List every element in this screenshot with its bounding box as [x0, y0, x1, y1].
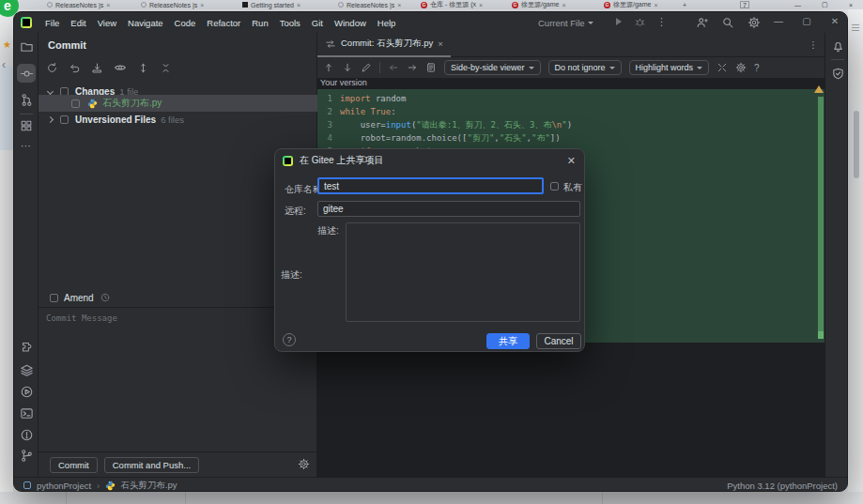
structure-tool-button[interactable] — [17, 116, 36, 135]
commit-options-gear-icon[interactable] — [298, 458, 310, 470]
share-button[interactable]: 共享 — [486, 333, 530, 349]
browser-minimize-button[interactable]: — — [794, 0, 801, 9]
bookmark-star-icon[interactable]: ★ — [3, 39, 11, 50]
menu-view[interactable]: View — [92, 18, 122, 28]
commit-and-push-button[interactable]: Commit and Push... — [104, 457, 199, 473]
changed-file-row[interactable]: 石头剪刀布.py — [39, 95, 317, 112]
run-configuration-selector[interactable]: Current File — [538, 18, 593, 28]
new-tab-button[interactable]: + — [683, 0, 686, 9]
hamburger-icon[interactable]: ——— — [852, 23, 861, 31]
browser-tab[interactable]: ReleaseNotes |s× — [338, 0, 401, 9]
interpreter-widget[interactable]: Python 3.12 (pythonProject) — [727, 481, 838, 491]
refresh-icon[interactable] — [46, 62, 58, 74]
problems-tool-button[interactable] — [17, 425, 36, 444]
dialog-help-button[interactable]: ? — [283, 333, 296, 346]
window-minimize-button[interactable]: — — [768, 16, 789, 26]
diff-scrollbar-added-marker[interactable] — [818, 97, 824, 331]
services-tool-button[interactable] — [17, 382, 36, 401]
go-forward-icon[interactable] — [407, 62, 418, 73]
browser-scrollbar[interactable] — [854, 111, 859, 178]
search-everywhere-icon[interactable] — [721, 16, 734, 29]
python-packages-tool-button[interactable] — [17, 338, 36, 357]
tab-close-icon[interactable]: × — [397, 2, 401, 8]
collapse-all-icon[interactable] — [160, 62, 172, 74]
browser-tab[interactable]: G徐里源/game× — [512, 0, 566, 9]
status-file-name[interactable]: 石头剪刀布.py — [120, 480, 177, 492]
cancel-button[interactable]: Cancel — [536, 333, 581, 349]
commit-history-icon[interactable] — [100, 292, 111, 303]
next-change-icon[interactable] — [342, 62, 353, 73]
diff-settings-gear-icon[interactable] — [735, 62, 747, 73]
tab-close-icon[interactable]: × — [106, 2, 110, 8]
edit-source-icon[interactable] — [361, 62, 372, 73]
git-tool-button[interactable] — [17, 446, 36, 465]
security-tool-button[interactable] — [828, 64, 847, 83]
menu-run[interactable]: Run — [246, 18, 273, 28]
remote-input[interactable] — [317, 201, 580, 217]
browser-tab[interactable]: ReleaseNotes |s× — [141, 0, 204, 9]
unversioned-checkbox[interactable] — [60, 115, 69, 124]
browser-tab[interactable]: G徐里源/game× — [604, 0, 658, 9]
menu-code[interactable]: Code — [169, 18, 202, 28]
tab-close-icon[interactable]: × — [654, 2, 657, 8]
notifications-button[interactable] — [828, 37, 847, 55]
chevron-right-icon[interactable] — [47, 115, 54, 122]
collapse-unchanged-icon[interactable] — [717, 62, 728, 73]
python-console-tool-button[interactable] — [17, 360, 36, 379]
tab-close-icon[interactable]: × — [297, 2, 301, 8]
menu-git[interactable]: Git — [306, 18, 329, 28]
more-tool-windows-button[interactable]: ⋯ — [17, 136, 36, 155]
menu-refactor[interactable]: Refactor — [201, 18, 246, 28]
chevron-down-icon[interactable] — [47, 87, 54, 94]
status-project-name[interactable]: pythonProject — [37, 481, 91, 491]
show-diff-preview-icon[interactable] — [114, 61, 127, 74]
description-textarea[interactable] — [346, 222, 580, 322]
expand-all-icon[interactable] — [137, 62, 149, 74]
browser-tab[interactable]: ReleaseNotes |s× — [47, 0, 110, 9]
browser-tab[interactable]: Getting started× — [242, 0, 301, 9]
debug-icon[interactable] — [634, 16, 646, 28]
whitespace-ignore-select[interactable]: Do not ignore — [548, 60, 622, 75]
menu-tools[interactable]: Tools — [274, 18, 306, 28]
menu-window[interactable]: Window — [329, 18, 372, 28]
highlight-mode-select[interactable]: Highlight words — [629, 60, 710, 75]
editor-tab[interactable]: Commit: 石头剪刀布.py × — [317, 33, 451, 57]
amend-checkbox[interactable] — [50, 294, 58, 302]
browser-close-button[interactable]: × — [849, 0, 853, 9]
stash-icon[interactable] — [91, 62, 103, 74]
pull-requests-tool-button[interactable] — [17, 90, 36, 109]
menu-help[interactable]: Help — [372, 18, 402, 28]
tab-close-icon[interactable]: × — [200, 2, 204, 8]
rollback-icon[interactable] — [69, 62, 81, 74]
repo-name-input[interactable] — [317, 177, 544, 194]
menu-file[interactable]: File — [39, 18, 65, 28]
tab-close-icon[interactable]: × — [479, 2, 483, 8]
compare-file-icon[interactable] — [425, 62, 437, 73]
terminal-tool-button[interactable] — [17, 404, 36, 422]
window-maximize-button[interactable]: ▢ — [796, 16, 817, 26]
commit-tool-button[interactable] — [17, 64, 36, 83]
browser-maximize-button[interactable]: ▢ — [822, 0, 828, 9]
more-actions-icon[interactable] — [655, 16, 668, 28]
help-icon[interactable]: ? — [754, 63, 760, 73]
run-icon[interactable] — [616, 18, 622, 25]
menu-navigate[interactable]: Navigate — [122, 18, 169, 28]
commit-button[interactable]: Commit — [50, 457, 98, 473]
window-close-button[interactable]: ✕ — [824, 16, 845, 26]
file-checkbox[interactable] — [71, 99, 80, 108]
go-back-icon[interactable] — [388, 62, 399, 73]
browser-tab[interactable]: G仓库 - 徐里源 (x× — [421, 0, 483, 9]
code-with-me-icon[interactable] — [696, 16, 709, 29]
unversioned-files-row[interactable]: Unversioned Files 6 files — [39, 112, 317, 127]
project-tool-button[interactable] — [17, 37, 36, 55]
private-checkbox[interactable] — [550, 182, 559, 191]
settings-icon[interactable] — [747, 16, 761, 29]
tab-close-icon[interactable]: × — [438, 38, 443, 49]
viewer-mode-select[interactable]: Side-by-side viewer — [444, 60, 541, 75]
previous-change-icon[interactable] — [323, 62, 334, 73]
tab-close-icon[interactable]: × — [562, 2, 565, 8]
tab-options-icon[interactable] — [808, 39, 819, 51]
back-arrow-icon[interactable]: ‹ — [2, 58, 6, 71]
extension-badge[interactable]: 7 — [740, 1, 749, 8]
menu-edit[interactable]: Edit — [65, 18, 91, 28]
